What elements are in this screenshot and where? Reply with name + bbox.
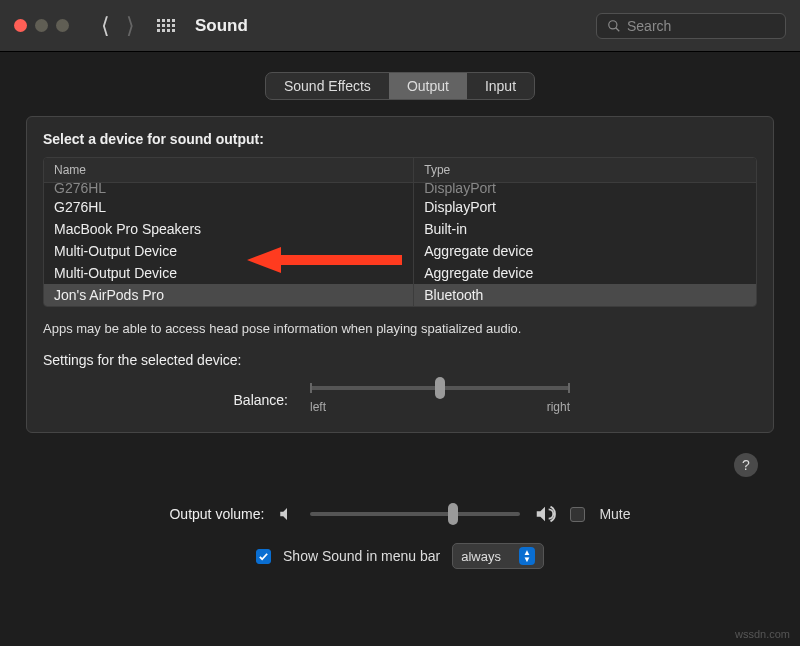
back-button[interactable]: ⟨ bbox=[93, 13, 118, 39]
show-in-menubar-checkbox[interactable] bbox=[256, 549, 271, 564]
tab-sound-effects[interactable]: Sound Effects bbox=[266, 73, 389, 99]
tab-output[interactable]: Output bbox=[389, 73, 467, 99]
output-volume-label: Output volume: bbox=[169, 506, 264, 522]
select-value: always bbox=[461, 549, 501, 564]
column-type[interactable]: Type bbox=[414, 158, 756, 182]
settings-heading: Settings for the selected device: bbox=[43, 352, 757, 368]
balance-left-label: left bbox=[310, 400, 326, 414]
volume-high-icon bbox=[534, 503, 556, 525]
balance-right-label: right bbox=[547, 400, 570, 414]
tab-input[interactable]: Input bbox=[467, 73, 534, 99]
output-volume-slider[interactable] bbox=[310, 512, 520, 516]
tab-bar: Sound Effects Output Input bbox=[26, 72, 774, 100]
output-panel: Select a device for sound output: Name T… bbox=[26, 116, 774, 433]
balance-slider[interactable]: left right bbox=[310, 386, 570, 414]
table-row[interactable]: MacBook Pro Speakers Built-in bbox=[44, 218, 756, 240]
device-table: Name Type G276HL DisplayPort G276HL Disp… bbox=[43, 157, 757, 307]
menubar-row: Show Sound in menu bar always ▲▼ bbox=[26, 543, 774, 569]
window-title: Sound bbox=[195, 16, 248, 36]
search-field[interactable]: Search bbox=[596, 13, 786, 39]
table-header: Name Type bbox=[44, 158, 756, 183]
help-button[interactable]: ? bbox=[734, 453, 758, 477]
mute-label: Mute bbox=[599, 506, 630, 522]
svg-line-1 bbox=[616, 27, 620, 31]
annotation-arrow-icon bbox=[247, 245, 407, 275]
search-icon bbox=[607, 19, 621, 33]
zoom-window-button[interactable] bbox=[56, 19, 69, 32]
titlebar: ⟨ ⟩ Sound Search bbox=[0, 0, 800, 52]
close-window-button[interactable] bbox=[14, 19, 27, 32]
volume-thumb[interactable] bbox=[448, 503, 458, 525]
minimize-window-button[interactable] bbox=[35, 19, 48, 32]
show-all-icon[interactable] bbox=[157, 19, 175, 32]
forward-button[interactable]: ⟩ bbox=[118, 13, 143, 39]
window-controls bbox=[14, 19, 69, 32]
svg-marker-3 bbox=[247, 247, 281, 273]
column-name[interactable]: Name bbox=[44, 158, 414, 182]
spatial-audio-note: Apps may be able to access head pose inf… bbox=[43, 321, 757, 336]
show-in-menubar-label: Show Sound in menu bar bbox=[283, 548, 440, 564]
output-volume-row: Output volume: Mute bbox=[26, 503, 774, 525]
select-stepper-icon: ▲▼ bbox=[519, 547, 535, 565]
table-row[interactable]: G276HL DisplayPort bbox=[44, 196, 756, 218]
mute-checkbox[interactable] bbox=[570, 507, 585, 522]
balance-label: Balance: bbox=[88, 392, 288, 408]
balance-row: Balance: left right bbox=[43, 386, 757, 414]
menubar-frequency-select[interactable]: always ▲▼ bbox=[452, 543, 544, 569]
table-row[interactable]: G276HL DisplayPort bbox=[44, 183, 756, 196]
watermark: wssdn.com bbox=[735, 628, 790, 640]
table-row[interactable]: Jon's AirPods Pro Bluetooth bbox=[44, 284, 756, 306]
volume-low-icon bbox=[278, 505, 296, 523]
output-instruction: Select a device for sound output: bbox=[43, 131, 757, 147]
balance-thumb[interactable] bbox=[435, 377, 445, 399]
search-placeholder: Search bbox=[627, 18, 671, 34]
svg-point-0 bbox=[609, 20, 617, 28]
